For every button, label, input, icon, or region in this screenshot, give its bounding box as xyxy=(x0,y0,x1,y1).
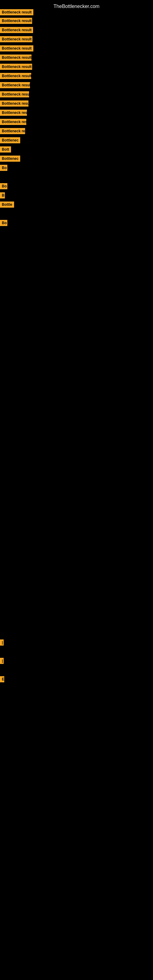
bottleneck-badge: Bottlenec xyxy=(0,137,20,143)
bottleneck-badge: | xyxy=(0,658,4,664)
bottleneck-badge: Bottle xyxy=(0,202,14,208)
bottleneck-badge: Bottleneck re xyxy=(0,128,25,134)
bottleneck-badge: Bottleneck result xyxy=(0,45,33,51)
bottleneck-badge: Bottleneck result xyxy=(0,9,33,15)
bottleneck-badge: Bo xyxy=(0,220,7,226)
bottleneck-badge: Bo xyxy=(0,165,7,171)
bottleneck-badge: E xyxy=(0,676,4,682)
bottleneck-badge: | xyxy=(0,640,4,646)
bottleneck-badge: Bottleneck result xyxy=(0,36,32,42)
bottleneck-badge: Bottleneck result xyxy=(0,54,32,60)
bottleneck-badge: Bo xyxy=(0,183,7,189)
bottleneck-badge: Bott xyxy=(0,146,11,153)
bottleneck-badge: B xyxy=(0,192,5,199)
bottleneck-badge: Bottleneck res xyxy=(0,110,27,116)
bottleneck-badge: Bottleneck res xyxy=(0,119,26,125)
bottleneck-badge: Bottleneck resu xyxy=(0,91,29,97)
bottleneck-badge: Bottleneck resul xyxy=(0,82,30,88)
bottleneck-badge: Bottleneck result xyxy=(0,18,32,24)
bottleneck-badge: Bottleneck resu xyxy=(0,100,29,107)
bottleneck-badge: Bottleneck result xyxy=(0,64,32,70)
bottleneck-badge: Bottleneck result xyxy=(0,27,33,33)
bottleneck-badge: Bottleneck result xyxy=(0,73,31,79)
bottleneck-badge: Bottlenec xyxy=(0,156,20,162)
